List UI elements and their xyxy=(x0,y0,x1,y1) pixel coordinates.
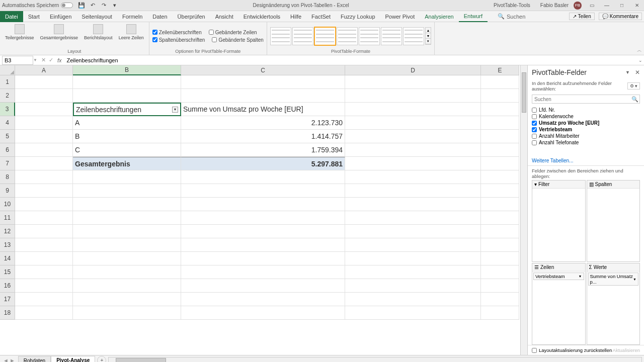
select-all-corner[interactable] xyxy=(0,65,15,75)
cell-e14[interactable] xyxy=(481,252,519,265)
area-filter[interactable]: ▾Filter xyxy=(532,180,586,262)
cell-a1[interactable] xyxy=(15,75,73,89)
cell-e13[interactable] xyxy=(481,238,519,252)
cell-e3[interactable] xyxy=(481,103,519,116)
cell-d4[interactable] xyxy=(345,116,481,130)
row-header-4[interactable]: 4 xyxy=(0,116,15,130)
cell-a6[interactable] xyxy=(15,143,73,157)
cell-e6[interactable] xyxy=(481,143,519,157)
row-header-5[interactable]: 5 xyxy=(0,130,15,143)
field-search-input[interactable] xyxy=(532,95,630,103)
cell-c17[interactable] xyxy=(181,293,345,306)
row-header-12[interactable]: 12 xyxy=(0,225,15,238)
field-kalenderwoche[interactable]: Kalenderwoche xyxy=(532,113,640,120)
cell-e2[interactable] xyxy=(481,89,519,103)
row-header-15[interactable]: 15 xyxy=(0,265,15,279)
cell-d17[interactable] xyxy=(345,293,481,306)
cell-b8[interactable] xyxy=(73,170,181,184)
cell-b14[interactable] xyxy=(73,252,181,265)
cell-e16[interactable] xyxy=(481,279,519,293)
cell-d10[interactable] xyxy=(345,198,481,211)
minimize-icon[interactable]: — xyxy=(602,2,612,10)
cell-b10[interactable] xyxy=(73,198,181,211)
cell-d1[interactable] xyxy=(345,75,481,89)
cell-b13[interactable] xyxy=(73,238,181,252)
cell-d11[interactable] xyxy=(345,211,481,225)
row-header-3[interactable]: 3 xyxy=(0,103,15,116)
sheet-prev-icon[interactable]: ◄ xyxy=(3,357,9,363)
cell-b7[interactable]: Gesamtergebnis xyxy=(73,157,181,170)
style-option-2[interactable] xyxy=(292,27,313,45)
cell-e4[interactable] xyxy=(481,116,519,130)
cell-b5[interactable]: B xyxy=(73,130,181,143)
style-option-3[interactable] xyxy=(314,27,336,45)
col-header-d[interactable]: D xyxy=(345,65,481,75)
area-columns[interactable]: ▥Spalten xyxy=(587,180,640,262)
sheet-next-icon[interactable]: ► xyxy=(10,357,15,363)
more-tables-link[interactable]: Weitere Tabellen... xyxy=(528,156,644,165)
share-button[interactable]: ↗Teilen xyxy=(569,13,595,20)
cell-d13[interactable] xyxy=(345,238,481,252)
col-header-b[interactable]: B xyxy=(73,65,181,75)
cell-b3[interactable]: Zeilenbeschriftungen▼ xyxy=(73,103,181,116)
tab-formeln[interactable]: Formeln xyxy=(117,11,147,22)
cell-c9[interactable] xyxy=(181,184,345,198)
tab-factset[interactable]: FactSet xyxy=(306,11,336,22)
tab-fuzzy[interactable]: Fuzzy Lookup xyxy=(336,11,380,22)
horizontal-scrollbar[interactable] xyxy=(108,357,642,363)
field-vertriebsteam[interactable]: Vertriebsteam xyxy=(532,126,640,133)
row-header-17[interactable]: 17 xyxy=(0,293,15,306)
cell-c6[interactable]: 1.759.394 xyxy=(181,143,345,157)
banded-cols-check[interactable]: Gebänderte Spalten xyxy=(212,36,264,44)
cell-d6[interactable] xyxy=(345,143,481,157)
cell-a17[interactable] xyxy=(15,293,73,306)
cell-e17[interactable] xyxy=(481,293,519,306)
cell-a13[interactable] xyxy=(15,238,73,252)
update-button[interactable]: Aktualisieren xyxy=(613,347,640,353)
close-icon[interactable]: ✕ xyxy=(632,2,642,10)
cell-b9[interactable] xyxy=(73,184,181,198)
customize-qat-icon[interactable]: ▾ xyxy=(111,2,118,9)
cell-c7[interactable]: 5.297.881 xyxy=(181,157,345,170)
cell-c2[interactable] xyxy=(181,89,345,103)
cell-e5[interactable] xyxy=(481,130,519,143)
field-mitarbeiter[interactable]: Anzahl Mitarbeiter xyxy=(532,133,640,139)
row-header-2[interactable]: 2 xyxy=(0,89,15,103)
gallery-up-icon[interactable]: ▲ xyxy=(426,28,431,33)
cell-e1[interactable] xyxy=(481,75,519,89)
row-header-13[interactable]: 13 xyxy=(0,238,15,252)
cell-e7[interactable] xyxy=(481,157,519,170)
cell-a18[interactable] xyxy=(15,306,73,320)
row-header-7[interactable]: 7 xyxy=(0,157,15,170)
save-icon[interactable]: 💾 xyxy=(78,2,85,9)
name-box[interactable] xyxy=(2,56,33,65)
cancel-icon[interactable]: ✕ xyxy=(41,57,46,63)
cell-c11[interactable] xyxy=(181,211,345,225)
col-header-a[interactable]: A xyxy=(15,65,73,75)
cell-b16[interactable] xyxy=(73,279,181,293)
cell-c15[interactable] xyxy=(181,265,345,279)
avatar[interactable]: FB xyxy=(574,2,582,10)
search-icon[interactable]: 🔍 xyxy=(630,95,639,103)
add-sheet-button[interactable]: + xyxy=(97,356,106,363)
style-option-4[interactable] xyxy=(337,27,358,45)
cell-d12[interactable] xyxy=(345,225,481,238)
area-values-item[interactable]: Summe von Umsatz p...▼ xyxy=(588,273,639,286)
blank-rows-button[interactable]: Leere Zeilen xyxy=(117,23,146,49)
autosave-toggle[interactable] xyxy=(61,3,73,8)
cell-a7[interactable] xyxy=(15,157,73,170)
expand-formula-icon[interactable]: ⌄ xyxy=(637,58,644,63)
field-telefonate[interactable]: Anzahl Telefonate xyxy=(532,139,640,146)
pane-close-icon[interactable]: ✕ xyxy=(635,69,640,76)
hscroll-thumb[interactable] xyxy=(116,358,166,363)
cell-e11[interactable] xyxy=(481,211,519,225)
vscroll-thumb[interactable] xyxy=(522,72,526,113)
tab-ueberpruefen[interactable]: Überprüfen xyxy=(173,11,210,22)
cell-a14[interactable] xyxy=(15,252,73,265)
row-headers-check[interactable]: Zeilenüberschriften xyxy=(152,29,202,36)
cell-b6[interactable]: C xyxy=(73,143,181,157)
cell-e12[interactable] xyxy=(481,225,519,238)
row-header-8[interactable]: 8 xyxy=(0,170,15,184)
cell-c3[interactable]: Summe von Umsatz pro Woche [EUR] xyxy=(181,103,345,116)
banded-rows-check[interactable]: Gebänderte Zeilen xyxy=(209,29,257,36)
